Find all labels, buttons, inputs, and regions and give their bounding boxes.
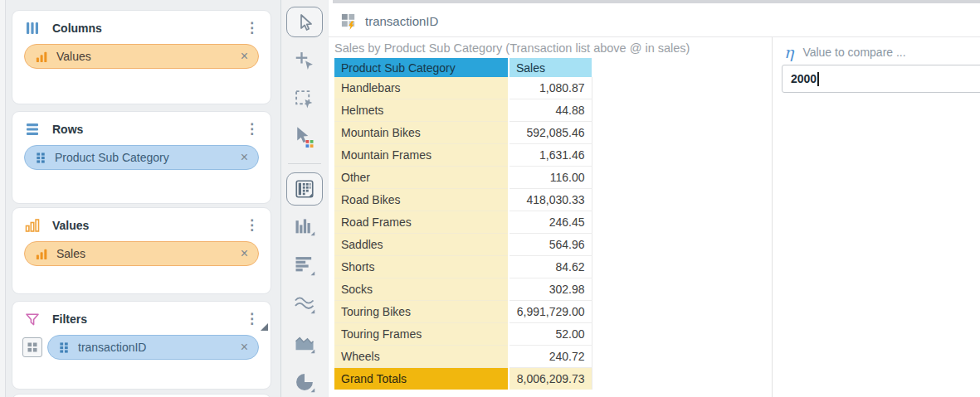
cursor-icon <box>295 12 314 32</box>
smart-select-tool[interactable] <box>292 124 317 149</box>
add-pointer-icon <box>293 49 316 72</box>
compare-panel: η Value to compare ... 2000 <box>772 37 980 397</box>
rows-menu-kebab-icon[interactable]: ⋮ <box>241 123 262 135</box>
pivot-value-cell[interactable]: 52.00 <box>509 323 592 346</box>
pivot-row: Touring Bikes6,991,729.00 <box>334 301 592 323</box>
pivot-grand-total-value[interactable]: 8,006,209.73 <box>509 368 592 390</box>
pivot-value-cell[interactable]: 240.72 <box>509 346 592 368</box>
rows-card: Rows ⋮ Product Sub Category × <box>12 111 271 204</box>
bar-chart-icon <box>293 254 316 277</box>
columns-icon <box>24 20 41 36</box>
values-menu-kebab-icon[interactable]: ⋮ <box>241 220 262 231</box>
values-card-title: Values <box>52 219 89 232</box>
dimension-grid-icon <box>58 341 71 354</box>
area-chart-tool[interactable] <box>293 332 316 355</box>
dimension-grid-icon <box>35 152 47 164</box>
pivot-category-cell[interactable]: Helmets <box>334 99 509 122</box>
toolbar-divider <box>288 163 321 164</box>
values-pill-sales[interactable]: Sales × <box>24 241 259 266</box>
pivot-row: Handlebars1,080.87 <box>334 77 592 99</box>
values-card: Values ⋮ Sales × <box>12 207 271 294</box>
pivot-header-sales[interactable]: Sales <box>509 58 592 77</box>
pivot-category-cell[interactable]: Other <box>334 167 509 189</box>
pivot-value-cell[interactable]: 418,030.33 <box>509 189 592 211</box>
view-title: Sales by Product Sub Category (Transacti… <box>334 41 690 55</box>
pivot-row: Mountain Frames1,631.46 <box>334 144 592 167</box>
filter-icon <box>24 311 41 327</box>
resize-handle[interactable] <box>261 323 268 331</box>
close-icon[interactable]: × <box>241 247 248 260</box>
pivot-value-cell[interactable]: 1,631.46 <box>509 144 592 167</box>
pivot-value-cell[interactable]: 84.62 <box>509 256 592 278</box>
smart-select-icon <box>292 124 317 149</box>
area-chart-icon <box>293 332 316 355</box>
pivot-category-cell[interactable]: Mountain Frames <box>334 144 509 167</box>
dataset-table-icon <box>340 12 358 30</box>
pivot-row: Wheels240.72 <box>334 346 592 368</box>
columns-card-title: Columns <box>52 22 102 35</box>
pivot-row: Saddles564.96 <box>334 234 592 256</box>
chart-type-toolbar <box>281 0 329 397</box>
pivot-category-cell[interactable]: Touring Bikes <box>334 301 509 323</box>
pivot-category-cell[interactable]: Wheels <box>334 346 509 368</box>
main-area: transactionID Sales by Product Sub Categ… <box>329 0 980 397</box>
pivot-value-cell[interactable]: 44.88 <box>509 99 592 122</box>
filters-card-title: Filters <box>52 312 87 326</box>
top-scroll-strip <box>333 0 980 3</box>
pivot-body: Handlebars1,080.87Helmets44.88Mountain B… <box>334 77 592 390</box>
select-cursor-tool[interactable] <box>286 7 323 37</box>
pivot-value-cell[interactable]: 6,991,729.00 <box>509 301 592 323</box>
pivot-row: Helmets44.88 <box>334 99 592 122</box>
pivot-value-cell[interactable]: 246.45 <box>509 211 592 234</box>
rows-icon <box>24 121 41 138</box>
pivot-row: Other116.00 <box>334 167 592 189</box>
rows-pill-product-sub-category[interactable]: Product Sub Category × <box>24 145 259 170</box>
pivot-table-tool[interactable] <box>286 172 323 206</box>
line-chart-icon <box>293 292 316 315</box>
pill-label: transactionID <box>78 341 146 354</box>
pill-label: Values <box>56 50 91 63</box>
pie-chart-tool[interactable] <box>293 370 316 394</box>
pivot-row: Road Frames246.45 <box>334 211 592 234</box>
compare-input-value: 2000 <box>791 72 817 85</box>
pivot-row: Touring Frames52.00 <box>334 323 592 346</box>
dataset-title: transactionID <box>365 14 438 28</box>
pivot-category-cell[interactable]: Mountain Bikes <box>334 122 509 144</box>
pivot-category-cell[interactable]: Handlebars <box>334 77 509 99</box>
values-icon <box>24 217 41 234</box>
filter-grid-button[interactable] <box>22 337 42 357</box>
close-icon[interactable]: × <box>241 151 248 164</box>
pivot-category-cell[interactable]: Socks <box>334 278 509 301</box>
column-chart-tool[interactable] <box>293 214 316 237</box>
pivot-category-cell[interactable]: Road Frames <box>334 211 509 234</box>
filters-card: Filters ⋮ transactionID × <box>12 301 271 390</box>
pivot-value-cell[interactable]: 1,080.87 <box>509 77 592 99</box>
pivot-category-cell[interactable]: Road Bikes <box>334 189 509 211</box>
add-pointer-tool[interactable] <box>293 49 316 72</box>
measure-icon <box>35 247 49 261</box>
pivot-header-category[interactable]: Product Sub Category <box>334 58 509 77</box>
columns-pill-values[interactable]: Values × <box>24 44 259 69</box>
pivot-category-cell[interactable]: Saddles <box>334 234 509 256</box>
filters-pill-transactionid[interactable]: transactionID × <box>47 335 259 360</box>
pill-label: Sales <box>56 247 85 260</box>
pivot-grand-total-label[interactable]: Grand Totals <box>334 368 509 390</box>
pivot-value-cell[interactable]: 564.96 <box>509 234 592 256</box>
filters-menu-kebab-icon[interactable]: ⋮ <box>241 313 262 325</box>
close-icon[interactable]: × <box>241 341 248 354</box>
line-chart-tool[interactable] <box>293 292 316 315</box>
columns-menu-kebab-icon[interactable]: ⋮ <box>241 22 262 34</box>
pivot-category-cell[interactable]: Shorts <box>334 256 509 278</box>
close-icon[interactable]: × <box>241 50 248 63</box>
pivot-category-cell[interactable]: Touring Frames <box>334 323 509 346</box>
pivot-row: Mountain Bikes592,085.46 <box>334 122 592 144</box>
pivot-value-cell[interactable]: 302.98 <box>509 278 592 301</box>
pivot-value-cell[interactable]: 592,085.46 <box>509 122 592 144</box>
pivot-value-cell[interactable]: 116.00 <box>509 167 592 189</box>
value-to-compare-input[interactable]: 2000 <box>782 65 980 93</box>
bar-chart-tool[interactable] <box>293 254 316 277</box>
marquee-select-tool[interactable] <box>293 88 316 111</box>
pivot-row: Shorts84.62 <box>334 256 592 278</box>
pivot-table-icon <box>294 178 315 200</box>
rows-card-title: Rows <box>52 123 83 136</box>
